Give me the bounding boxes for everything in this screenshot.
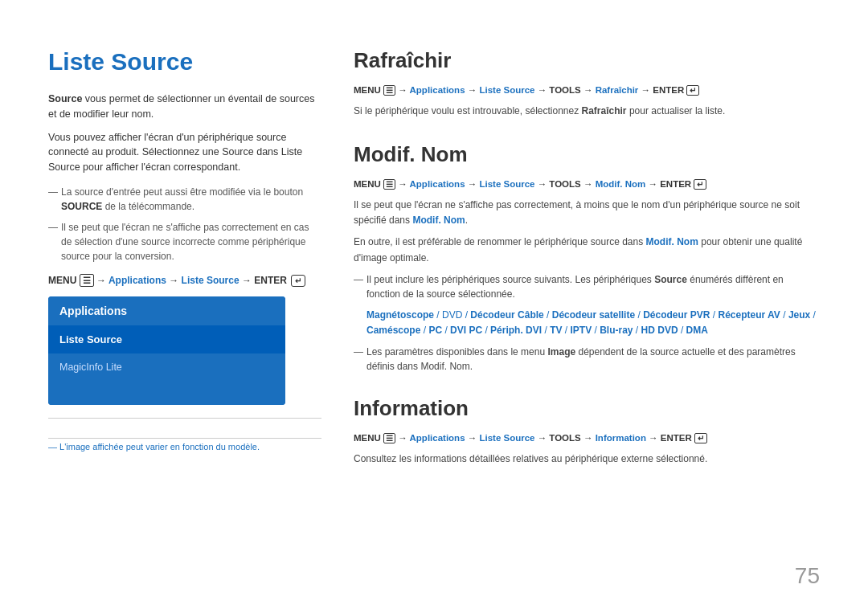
modif-nom-sources: Magnétoscope / DVD / Décodeur Câble / Dé… — [366, 308, 820, 338]
title-source: Source — [111, 48, 193, 75]
app-item-liste-source[interactable]: Liste Source — [48, 325, 285, 353]
section-title-modif-nom: Modif. Nom — [354, 142, 820, 167]
information-body: Consultez les informations détaillées re… — [354, 452, 820, 467]
footnote-image-model: — L'image affichée peut varier en foncti… — [48, 438, 321, 452]
right-column: Rafraîchir MENU ☰ → Applications → Liste… — [354, 48, 820, 573]
menu-line-information: MENU ☰ → Applications → Liste Source → T… — [354, 431, 820, 445]
bullet-list-left: La source d'entrée peut aussi être modif… — [48, 185, 321, 264]
section-title-rafraichir: Rafraîchir — [354, 48, 820, 73]
section-information: Information MENU ☰ → Applications → List… — [354, 396, 820, 468]
left-footnote-area: — L'image affichée peut varier en foncti… — [48, 418, 321, 452]
bullet-item-1: La source d'entrée peut aussi être modif… — [48, 185, 321, 214]
modif-nom-bullet1: Il peut inclure les périphériques source… — [354, 272, 820, 301]
modif-nom-para1: Il se peut que l'écran ne s'affiche pas … — [354, 198, 820, 228]
page-number: 75 — [795, 563, 820, 589]
menu-line-rafraichir: MENU ☰ → Applications → Liste Source → T… — [354, 83, 820, 97]
menu-line-modif-nom: MENU ☰ → Applications → Liste Source → T… — [354, 177, 820, 191]
app-ui-mockup: Applications Liste Source MagicInfo Lite — [48, 296, 285, 405]
intro-bold-source: Source — [48, 93, 82, 104]
modif-nom-bullet2: Les paramètres disponibles dans le menu … — [354, 345, 820, 374]
app-footer-space — [48, 381, 285, 405]
page-title: Liste Source — [48, 48, 321, 76]
rafraichir-body: Si le périphérique voulu est introuvable… — [354, 104, 820, 119]
app-header: Applications — [48, 296, 285, 325]
section-title-information: Information — [354, 396, 820, 421]
title-prefix: Liste — [48, 48, 111, 75]
section-rafraichir: Rafraîchir MENU ☰ → Applications → Liste… — [354, 48, 820, 120]
intro-paragraph-1: Source vous permet de sélectionner un év… — [48, 92, 321, 122]
bullet-item-2: Il se peut que l'écran ne s'affiche pas … — [48, 220, 321, 264]
left-column: Liste Source Source vous permet de sélec… — [48, 48, 321, 573]
app-item-magicinfo[interactable]: MagicInfo Lite — [48, 353, 285, 381]
section-modif-nom: Modif. Nom MENU ☰ → Applications → Liste… — [354, 142, 820, 374]
intro-text-1: vous permet de sélectionner un éventail … — [48, 93, 314, 120]
intro-paragraph-2: Vous pouvez afficher l'écran d'un périph… — [48, 130, 321, 175]
menu-instruction-left: MENU ☰ → Applications → Liste Source → E… — [48, 275, 321, 287]
modif-nom-para2: En outre, il est préférable de renommer … — [354, 235, 820, 265]
